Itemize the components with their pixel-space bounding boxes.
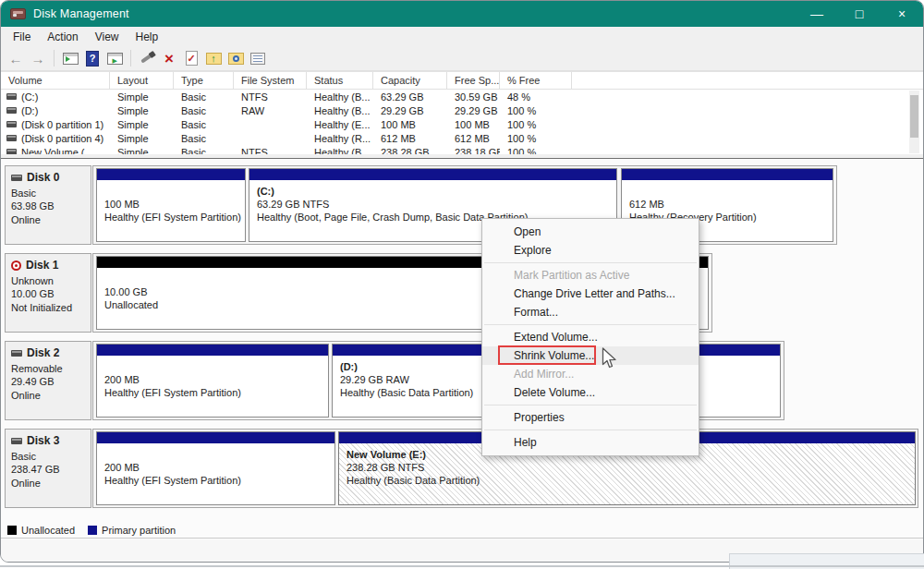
cell-pct: 100 % <box>500 147 572 155</box>
disk2-label[interactable]: Disk 2 Removable 29.49 GB Online <box>5 341 91 420</box>
column-header-pct-free[interactable]: % Free <box>500 72 572 89</box>
cell-capacity: 238.28 GB <box>373 147 447 155</box>
toolbar-separator <box>54 50 55 67</box>
disk-name: Disk 0 <box>27 171 59 185</box>
partition-efi-disk2[interactable]: 200 MB Healthy (EFI System Partition) <box>96 344 329 418</box>
screen-bottom-edge <box>0 565 924 567</box>
partition-color-bar <box>97 169 245 180</box>
cell-pct: 100 % <box>500 105 572 116</box>
column-header-file-system[interactable]: File System <box>234 72 307 89</box>
cell-status: Healthy (E... <box>307 119 373 130</box>
disk-type: Basic <box>11 187 85 200</box>
disk-size: 238.47 GB <box>11 463 85 477</box>
open-folder-icon[interactable]: ↑ <box>202 48 225 68</box>
partition-status: Healthy (EFI System Partition) <box>104 386 321 399</box>
disk3-label[interactable]: Disk 3 Basic 238.47 GB Online <box>5 429 91 508</box>
table-row[interactable]: New Volume ( Simple Basic NTFS Healthy (… <box>1 145 923 154</box>
partition-color-bar <box>249 169 616 180</box>
disk-status: Online <box>11 213 85 227</box>
partition-status: Healthy (EFI System Partition) <box>104 474 327 487</box>
cell-status: Healthy (B... <box>307 147 373 155</box>
table-row[interactable]: (Disk 0 partition 1) Simple Basic Health… <box>1 117 923 131</box>
screenshot-root: Disk Management — □ × File Action View H… <box>0 0 924 569</box>
back-icon[interactable]: ← <box>5 48 27 68</box>
menu-item-open[interactable]: Open <box>482 223 699 241</box>
forward-icon[interactable]: → <box>27 48 49 68</box>
column-header-type[interactable]: Type <box>174 72 234 89</box>
menu-item-explore[interactable]: Explore <box>482 241 699 260</box>
partition-efi-disk3[interactable]: 200 MB Healthy (EFI System Partition) <box>96 431 335 505</box>
menu-item-format[interactable]: Format... <box>482 303 699 321</box>
cell-pct: 100 % <box>500 119 572 130</box>
menu-file[interactable]: File <box>5 28 39 46</box>
help-icon[interactable]: ? <box>81 48 103 68</box>
show-console-tree-icon[interactable] <box>59 48 81 68</box>
partition-size: 238.28 GB NTFS <box>346 461 907 474</box>
disk-name: Disk 3 <box>27 434 59 448</box>
disk-name: Disk 1 <box>26 259 58 272</box>
menu-action[interactable]: Action <box>39 28 86 46</box>
menu-item-properties[interactable]: Properties <box>482 408 699 427</box>
cell-free: 29.29 GB <box>447 105 500 116</box>
table-row[interactable]: (D:) Simple Basic RAW Healthy (B... 29.2… <box>1 103 923 117</box>
cell-capacity: 100 MB <box>373 119 447 130</box>
menu-item-add-mirror: Add Mirror... <box>482 365 699 383</box>
cell-fs: NTFS <box>234 91 307 103</box>
legend-unallocated: Unallocated <box>7 525 75 536</box>
legend-primary-partition: Primary partition <box>88 525 176 536</box>
column-header-capacity[interactable]: Capacity <box>373 72 447 89</box>
column-header-layout[interactable]: Layout <box>110 72 174 89</box>
volume-icon <box>6 135 17 141</box>
cell-volume: New Volume ( <box>21 147 84 155</box>
check-document-icon[interactable]: ✓ <box>180 48 202 68</box>
volume-icon <box>6 93 17 100</box>
table-scrollbar[interactable] <box>909 91 919 153</box>
window-title: Disk Management <box>33 7 129 20</box>
show-action-pane-icon[interactable]: ▶ <box>103 48 126 68</box>
partition-efi-disk0[interactable]: 100 MB Healthy (EFI System Partition) <box>96 168 246 242</box>
volume-icon <box>6 121 17 127</box>
menu-view[interactable]: View <box>87 28 128 46</box>
delete-icon[interactable]: × <box>158 48 180 68</box>
cell-volume: (Disk 0 partition 4) <box>21 133 103 144</box>
cell-layout: Simple <box>110 133 174 144</box>
table-row[interactable]: (Disk 0 partition 4) Simple Basic Health… <box>1 131 923 145</box>
menu-help[interactable]: Help <box>128 28 167 46</box>
menu-separator <box>484 430 697 430</box>
menu-item-help[interactable]: Help <box>482 433 699 452</box>
disk-type: Basic <box>11 450 85 464</box>
properties-list-icon[interactable] <box>247 48 269 68</box>
disk1-label[interactable]: Disk 1 Unknown 10.00 GB Not Initialized <box>5 253 91 333</box>
toolbar-separator <box>130 50 131 67</box>
legend-label: Unallocated <box>21 525 75 536</box>
close-button[interactable]: × <box>881 1 923 27</box>
minimize-button[interactable]: — <box>796 1 838 27</box>
column-header-status[interactable]: Status <box>307 72 373 89</box>
table-row[interactable]: (C:) Simple Basic NTFS Healthy (B... 63.… <box>1 90 923 103</box>
tool-icon[interactable] <box>136 48 158 68</box>
legend-swatch-navy <box>88 526 97 535</box>
maximize-button[interactable]: □ <box>838 1 881 27</box>
disk0-label[interactable]: Disk 0 Basic 63.98 GB Online <box>5 165 91 245</box>
volume-list: Volume Layout Type File System Status Ca… <box>1 71 923 154</box>
column-header-volume[interactable]: Volume <box>1 72 110 89</box>
partition-color-bar <box>622 169 833 180</box>
cell-type: Basic <box>174 91 234 103</box>
menu-item-change-drive-letter[interactable]: Change Drive Letter and Paths... <box>482 284 699 303</box>
partition-size: 200 MB <box>104 373 321 386</box>
disk-status: Online <box>11 389 85 403</box>
cell-layout: Simple <box>110 105 174 116</box>
partition-status: Healthy (Basic Data Partition) <box>346 474 907 487</box>
scrollbar-thumb[interactable] <box>910 95 918 138</box>
explore-folder-icon[interactable] <box>225 48 247 68</box>
partition-color-bar <box>97 345 328 356</box>
cell-layout: Simple <box>110 147 174 155</box>
splitter <box>1 154 923 159</box>
cell-capacity: 29.29 GB <box>373 105 447 116</box>
menu-item-extend-volume[interactable]: Extend Volume... <box>482 328 699 346</box>
column-header-free-space[interactable]: Free Sp... <box>447 72 500 89</box>
menu-separator <box>484 405 697 406</box>
menu-item-delete-volume[interactable]: Delete Volume... <box>482 383 699 402</box>
menu-item-shrink-volume[interactable]: Shrink Volume... <box>482 346 699 365</box>
cell-free: 238.18 GB <box>447 147 500 155</box>
